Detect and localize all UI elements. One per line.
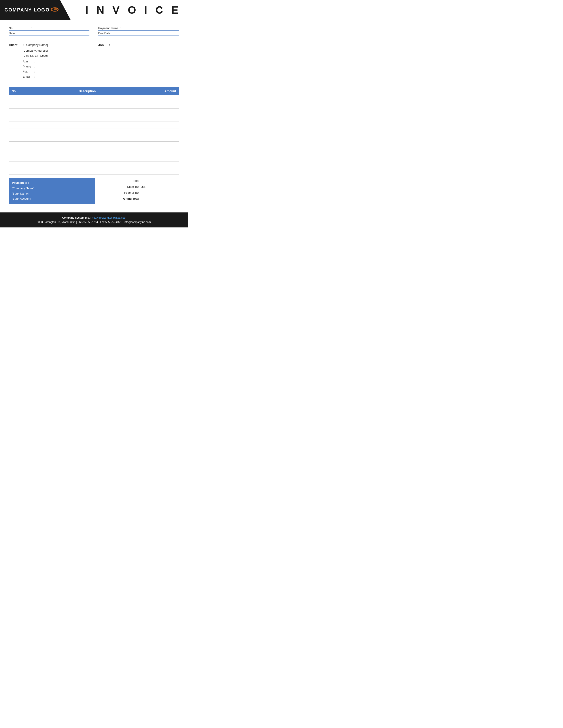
client-attn-value[interactable] <box>38 59 89 63</box>
row-amount[interactable] <box>152 142 179 148</box>
row-no[interactable] <box>9 109 22 115</box>
job-line1[interactable] <box>111 43 179 47</box>
job-colon: : <box>109 43 110 47</box>
job-header: Job : <box>98 43 179 47</box>
payment-terms-value <box>124 26 179 30</box>
row-description[interactable] <box>22 95 152 102</box>
job-block: Job : <box>98 43 179 79</box>
row-amount[interactable] <box>152 115 179 122</box>
footer-company: Company System Inc. <box>62 216 90 219</box>
state-tax-value[interactable] <box>150 184 179 189</box>
due-date-colon: : <box>120 32 124 35</box>
table-row <box>9 135 179 142</box>
row-description[interactable] <box>22 155 152 161</box>
federal-tax-value[interactable] <box>150 190 179 195</box>
row-description[interactable] <box>22 128 152 135</box>
state-tax-row: State Tax 3% <box>99 184 179 189</box>
row-description[interactable] <box>22 168 152 175</box>
table-body <box>9 95 179 175</box>
info-col-right: Payment Terms : Due Date : <box>98 26 179 37</box>
invoice-table: No Description Amount <box>9 87 179 175</box>
row-no[interactable] <box>9 95 22 102</box>
due-date-row: Due Date : <box>98 32 179 36</box>
row-no[interactable] <box>9 155 22 161</box>
date-row: Date : <box>9 32 89 36</box>
payment-terms-colon: : <box>120 26 124 30</box>
federal-tax-label: Federal Tax <box>117 191 139 194</box>
row-amount[interactable] <box>152 135 179 142</box>
client-phone-value[interactable] <box>38 64 89 68</box>
footer-section: Payment to : [Company Name] [Bank Name] … <box>9 178 179 204</box>
row-no[interactable] <box>9 115 22 122</box>
row-no[interactable] <box>9 168 22 175</box>
job-line2[interactable] <box>98 49 179 53</box>
row-no[interactable] <box>9 102 22 109</box>
client-colon: : <box>23 43 24 47</box>
table-row <box>9 122 179 128</box>
logo-block: COMPANY LOGO <box>0 0 71 20</box>
col-description-header: Description <box>22 87 152 95</box>
row-amount[interactable] <box>152 122 179 128</box>
client-city-st-zip[interactable]: [City, ST, ZIP Code] <box>23 54 89 58</box>
invoice-title-block: I N V O I C E <box>71 0 188 20</box>
row-amount[interactable] <box>152 155 179 161</box>
row-no[interactable] <box>9 161 22 168</box>
client-block: Client : [Company Name] [Company Address… <box>9 43 89 79</box>
table-row <box>9 102 179 109</box>
row-amount[interactable] <box>152 109 179 115</box>
client-phone-colon: : <box>34 65 36 68</box>
footer-website[interactable]: http://freewordtemplates.net/ <box>92 216 125 219</box>
row-description[interactable] <box>22 142 152 148</box>
no-row: No : <box>9 26 89 31</box>
row-amount[interactable] <box>152 168 179 175</box>
client-fax-value[interactable] <box>38 69 89 73</box>
table-row <box>9 115 179 122</box>
client-city-row: [City, ST, ZIP Code] <box>9 54 89 58</box>
client-company-address[interactable]: [Company Address] <box>23 49 89 53</box>
row-description[interactable] <box>22 161 152 168</box>
table-row <box>9 161 179 168</box>
row-no[interactable] <box>9 135 22 142</box>
table-row <box>9 109 179 115</box>
col-no-header: No <box>9 87 22 95</box>
total-label: Total <box>117 179 139 182</box>
info-col-left: No : Date : <box>9 26 89 37</box>
date-value <box>34 32 89 35</box>
row-no[interactable] <box>9 128 22 135</box>
row-amount[interactable] <box>152 148 179 155</box>
row-no[interactable] <box>9 122 22 128</box>
table-row <box>9 95 179 102</box>
row-description[interactable] <box>22 135 152 142</box>
state-tax-percent: 3% <box>141 185 148 188</box>
grand-total-value[interactable] <box>150 196 179 201</box>
payment-bank-account: [Bank Account] <box>12 196 92 201</box>
due-date-value <box>124 32 179 35</box>
job-line4[interactable] <box>98 59 179 63</box>
client-fax-label: Fax <box>23 70 34 73</box>
table-header-row: No Description Amount <box>9 87 179 95</box>
row-amount[interactable] <box>152 128 179 135</box>
row-no[interactable] <box>9 148 22 155</box>
row-amount[interactable] <box>152 102 179 109</box>
row-amount[interactable] <box>152 95 179 102</box>
row-no[interactable] <box>9 142 22 148</box>
row-description[interactable] <box>22 122 152 128</box>
federal-tax-row: Federal Tax <box>99 190 179 195</box>
total-value[interactable] <box>150 178 179 183</box>
client-label: Client <box>9 43 21 47</box>
payment-block: Payment to : [Company Name] [Bank Name] … <box>9 178 95 204</box>
job-line3[interactable] <box>98 54 179 58</box>
row-amount[interactable] <box>152 161 179 168</box>
grand-total-row: Grand Total <box>99 196 179 201</box>
logo-icon <box>51 7 58 12</box>
invoice-title: I N V O I C E <box>85 4 181 16</box>
client-email-value[interactable] <box>38 74 89 78</box>
row-description[interactable] <box>22 115 152 122</box>
no-label: No <box>9 26 31 30</box>
col-amount-header: Amount <box>152 87 179 95</box>
row-description[interactable] <box>22 102 152 109</box>
row-description[interactable] <box>22 148 152 155</box>
row-description[interactable] <box>22 109 152 115</box>
client-company-name[interactable]: [Company Name] <box>25 43 89 47</box>
job-line3-row <box>98 54 179 58</box>
